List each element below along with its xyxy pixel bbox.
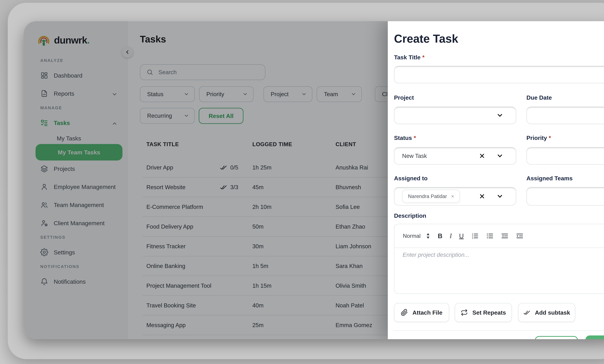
priority-select[interactable] xyxy=(527,147,604,165)
assignee-chip[interactable]: Narendra Patidar × xyxy=(402,190,460,203)
chip-remove-icon[interactable]: × xyxy=(451,194,454,199)
project-label: Project xyxy=(394,94,414,101)
svg-text:3: 3 xyxy=(472,237,473,239)
italic-button[interactable]: I xyxy=(450,232,452,239)
priority-label: Priority* xyxy=(527,134,551,141)
assigned-teams-label: Assigned Teams xyxy=(527,175,573,182)
outdent-icon[interactable] xyxy=(501,232,509,240)
description-placeholder: Enter project description... xyxy=(403,251,469,258)
modal-footer-divider xyxy=(393,330,604,331)
app-window: dunwrk. ANALYZE Dashboard Repor xyxy=(24,21,604,339)
modal-title: Create Task xyxy=(394,32,458,45)
editor-toolbar: Normal B I U 1 2 3 xyxy=(394,224,604,248)
repeat-icon xyxy=(461,309,468,316)
due-date-input[interactable] xyxy=(527,107,604,124)
text-style-select[interactable]: Normal xyxy=(403,233,421,239)
ordered-list-icon[interactable]: 1 2 3 xyxy=(471,232,479,240)
status-value: New Task xyxy=(402,152,427,159)
status-select[interactable]: New Task xyxy=(394,147,516,165)
bold-button[interactable]: B xyxy=(438,232,442,240)
assigned-to-select[interactable]: Narendra Patidar × xyxy=(394,187,516,205)
underline-button[interactable]: U xyxy=(459,232,464,240)
task-title-input[interactable] xyxy=(394,66,604,83)
task-title-label: Task Title* xyxy=(394,54,425,61)
double-check-icon xyxy=(523,309,530,316)
cancel-button[interactable] xyxy=(535,336,578,339)
add-subtask-button[interactable]: Add subtask xyxy=(518,303,575,322)
paperclip-icon xyxy=(401,309,408,316)
chevron-down-icon xyxy=(496,112,503,119)
bullet-list-icon[interactable] xyxy=(486,232,494,240)
status-label: Status* xyxy=(394,134,416,141)
style-arrows-icon[interactable] xyxy=(426,232,430,239)
create-task-submit-button[interactable] xyxy=(585,335,604,339)
attach-file-button[interactable]: Attach File xyxy=(394,303,449,322)
clear-icon[interactable] xyxy=(479,153,485,159)
due-date-label: Due Date xyxy=(527,94,552,101)
chevron-down-icon xyxy=(496,193,503,200)
project-select[interactable] xyxy=(394,107,516,124)
description-editor[interactable]: Normal B I U 1 2 3 xyxy=(394,224,604,294)
assigned-to-label: Assigned to xyxy=(394,175,428,182)
description-label: Description xyxy=(394,212,426,219)
chevron-down-icon xyxy=(496,152,503,159)
set-repeats-button[interactable]: Set Repeats xyxy=(455,303,512,322)
assigned-teams-select[interactable] xyxy=(527,187,604,205)
indent-icon[interactable] xyxy=(516,232,524,240)
clear-icon[interactable] xyxy=(479,193,485,200)
create-task-modal: Create Task Task Title* Project Due Date… xyxy=(388,21,604,339)
